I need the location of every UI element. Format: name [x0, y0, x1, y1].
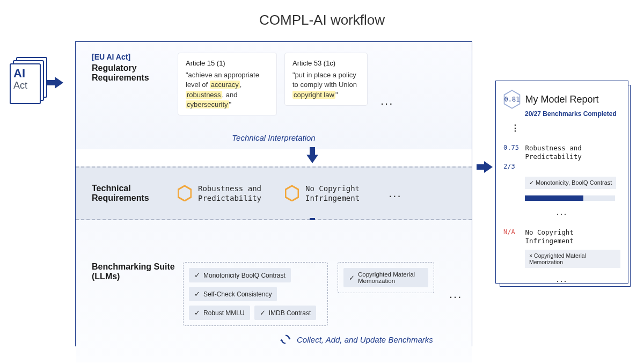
hexagon-icon	[285, 185, 299, 201]
benchmark-group-robustness: ✓Monotonicity BoolQ Contrast ✓Self-Check…	[183, 262, 328, 326]
report-chip: ✓ Monotonicity, BoolQ Contrast	[525, 177, 616, 189]
svg-marker-2	[288, 338, 291, 339]
arrow-down-icon	[306, 155, 318, 163]
report-section-copyright: N/A No Copyright Infringement × Copyrigh…	[503, 228, 620, 285]
report-card-stack: 0.81 My Model Report 20/27 Benchmarks Co…	[495, 81, 632, 289]
ai-act-label-bottom: Act	[13, 81, 37, 90]
report-subtitle: 20/27 Benchmarks Completed	[525, 110, 620, 118]
technical-label: Technical Requirements	[92, 184, 178, 203]
report-section-robustness: 0.75 Robustness and Predictability 2/3 ✓…	[503, 144, 620, 217]
report-score-hex: 0.81	[503, 90, 521, 109]
ai-act-doc-stack: AI Act	[10, 57, 47, 105]
transition-technical-interpretation: Technical Interpretation	[76, 133, 472, 142]
ellipsis: ...	[503, 206, 620, 217]
ellipsis: ...	[380, 94, 393, 108]
report-title: My Model Report	[525, 94, 598, 105]
benchmark-group-copyright: ✓Copyrighted Material Memorization	[338, 262, 434, 293]
report-progress-bar	[525, 195, 615, 201]
benchmark-chip: ✓Copyrighted Material Memorization	[343, 268, 428, 287]
svg-marker-1	[286, 186, 298, 201]
benchmark-chip: ✓Self-Check Consistency	[189, 287, 277, 301]
tech-item-robustness: Robustness and Predictability	[178, 184, 261, 203]
hexagon-icon	[178, 185, 192, 201]
workflow-main-box: [EU AI Act] Regulatory Requirements Arti…	[75, 41, 472, 346]
collect-benchmarks-note: Collect, Add, and Update Benchmarks	[280, 333, 461, 345]
ellipsis: ...	[449, 287, 462, 301]
benchmarking-label: Benchmarking Suite (LLMs)	[92, 262, 183, 326]
article-card-15: Article 15 (1) "achieve an appropriate l…	[178, 53, 277, 115]
cycle-icon	[280, 333, 291, 345]
benchmarking-row: Benchmarking Suite (LLMs) ✓Monotonicity …	[76, 220, 472, 362]
svg-marker-3	[280, 339, 283, 341]
benchmark-chip: ✓IMDB Contrast	[254, 306, 317, 320]
report-card: 0.81 My Model Report 20/27 Benchmarks Co…	[495, 81, 628, 284]
ai-act-label-top: AI	[13, 68, 37, 79]
benchmark-chip: ✓Monotonicity BoolQ Contrast	[189, 268, 291, 282]
svg-marker-0	[178, 186, 191, 201]
ellipsis: ...	[503, 273, 620, 285]
vertical-ellipsis: ⋮	[511, 123, 620, 133]
arrow-right-icon	[55, 77, 63, 89]
benchmark-chip: ✓Robust MMLU	[189, 306, 250, 320]
diagram-title: COMPL-AI workflow	[0, 0, 644, 28]
article-card-53: Article 53 (1c) "put in place a policy t…	[284, 53, 368, 106]
arrow-right-icon	[484, 161, 493, 173]
technical-row: Technical Requirements Robustness and Pr…	[76, 166, 472, 220]
report-chip: × Copyrighted Material Memorization	[525, 250, 620, 268]
ellipsis: ...	[389, 186, 401, 200]
tech-item-copyright: No Copyright Infringement	[285, 184, 360, 203]
